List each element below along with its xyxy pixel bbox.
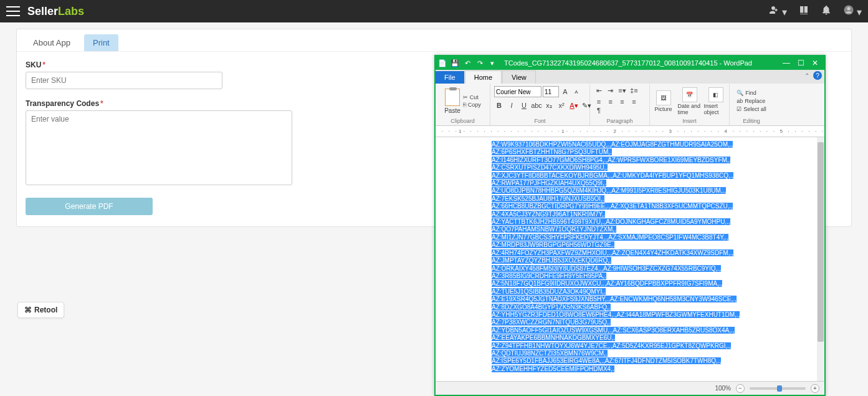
selected-text[interactable]: AZ:I44A18MPWFBZ3GWMYFEXHUT1DM,.,: [617, 311, 740, 318]
selected-text[interactable]: AZ:XQ3ETA1TN8B3XF5UCMMTQPCSZU,.,: [611, 203, 733, 210]
selected-text[interactable]: AZ:5D5Z4KXR95EJ1GPKT8ZQWPKRGI,.,: [613, 342, 731, 349]
minimize-icon[interactable]: —: [783, 59, 790, 67]
shrink-font-icon[interactable]: A: [571, 87, 581, 97]
selected-text[interactable]: AZ:YACTTBTK6JH2HB596T499T9X7U,.,: [492, 218, 606, 225]
selected-text[interactable]: AZ:MI1ZJN77GBCS3HYFPSFKEDYJT4,.,: [492, 234, 608, 241]
cut-button[interactable]: ✂ Cut: [463, 94, 481, 100]
selected-text[interactable]: AZ:QDTIUJ98NZCTZI35XBMN76W9CM,.: [492, 350, 608, 357]
selected-text[interactable]: AZ:4RH74FOZYZH3PAXFWZ9ZMHXOIU,.,: [492, 249, 612, 256]
align-center-icon[interactable]: ≡: [606, 97, 616, 106]
grow-font-icon[interactable]: A: [560, 87, 570, 97]
font-size-select[interactable]: [543, 86, 559, 97]
selected-text[interactable]: AZ:SXMAJMPEO8CSP1IFW4MC3B8T4Y,.,: [608, 234, 728, 241]
wordpad-tab-view[interactable]: View: [502, 70, 536, 84]
selected-text[interactable]: AZ:UO8DJPBN78HHBPG5QZ6M4KIHJQ,.,: [492, 187, 611, 194]
selected-text[interactable]: AZ:3R85BIG9CRDHFE9FH9Y5EH95PA,.: [492, 273, 606, 279]
selected-text[interactable]: AZ:E19XSR4Q5JGTNADXFS9JXNB5HY,.,: [492, 296, 610, 302]
selected-text[interactable]: AZ:CSRXUTPISZD47CXKXDIWH9495U,.: [492, 164, 608, 171]
selected-text[interactable]: AZ:EEAYAKPE6BBMNHNAKDGBMXYE6U,.: [492, 334, 615, 341]
selected-text[interactable]: AZ:ISPE6Y5D1FBAJJ653EIRG4WE8A,.,: [492, 357, 605, 364]
bold-icon[interactable]: B: [494, 100, 504, 110]
generate-pdf-button[interactable]: Generate PDF: [26, 198, 153, 215]
zoom-in-button[interactable]: +: [811, 384, 819, 393]
selected-text[interactable]: AZ:YHH5YGZR3FDED1O8WO8EW6PHE4,.,: [492, 311, 617, 318]
underline-icon[interactable]: U: [519, 100, 529, 110]
align-left-icon[interactable]: ≡: [594, 97, 604, 106]
selected-text[interactable]: AZ:67ITFJ4DFNDTZM5ISOBK7TWH8Q,.,: [605, 357, 722, 364]
selected-text[interactable]: AZ:7P38XWCZZRGN7NITQUB3G79U5Q,.: [492, 319, 611, 326]
book-icon[interactable]: [798, 4, 809, 18]
sku-input[interactable]: [26, 72, 222, 89]
selected-text[interactable]: AZ:TUE5J1QSIBB35DUZA3OK49QMYI,.: [492, 288, 606, 295]
help-icon[interactable]: ?: [813, 71, 822, 80]
selected-text[interactable]: AZ:I146HIZXURFT3O77GMO6SH8PG4,.,: [492, 157, 608, 163]
retool-badge[interactable]: ⌘Retool: [17, 302, 64, 318]
wordpad-title-bar[interactable]: 📄 💾 ↶ ↷ ▾ TCodes_CG71322743195024680637_…: [436, 56, 824, 70]
selected-text[interactable]: AZ:EOJMJAG8FZGTHMUDR9SAIA25OM,.,: [611, 141, 733, 148]
align-justify-icon[interactable]: ≡: [629, 97, 639, 106]
insertobject-button[interactable]: ◧Insert object: [704, 87, 728, 115]
selected-text[interactable]: AZ:6P6SHXFBTZHHTN8G7PSQ3UFTUM,.: [492, 148, 612, 155]
maximize-icon[interactable]: ☐: [798, 59, 804, 67]
selected-text[interactable]: AZ:5N18F7GQ1BFG9IIDRUXOJWXCU,.,: [492, 280, 606, 287]
codes-textarea[interactable]: [26, 110, 292, 185]
picture-button[interactable]: 🖼Picture: [652, 90, 675, 112]
selected-text[interactable]: AZ:RWPA177PJFHGZKIAH4UXQ55Q9I,.: [492, 180, 606, 186]
selected-text[interactable]: AZ:DOJNKGHAGFCZ8MUID5A9YMOHPU,.,: [606, 218, 730, 225]
selected-text[interactable]: AZ:7EKSK525BJAU8H179NJXUSB5OI,.: [492, 195, 604, 202]
datetime-button[interactable]: 📅Date and time: [678, 87, 702, 115]
outdent-icon[interactable]: ⇤: [594, 87, 604, 95]
strike-icon[interactable]: abc: [532, 100, 541, 110]
undo-icon[interactable]: ↶: [463, 59, 472, 67]
ribbon-collapse-icon[interactable]: ⌃: [804, 72, 809, 79]
selectall-button[interactable]: ☑ Select all: [737, 106, 766, 112]
indent-icon[interactable]: ⇥: [606, 87, 616, 95]
save-icon[interactable]: 💾: [451, 59, 459, 67]
font-color-icon[interactable]: A▾: [569, 100, 579, 110]
replace-button[interactable]: ab Replace: [737, 98, 766, 104]
qat-dropdown-icon[interactable]: ▾: [488, 59, 497, 67]
selected-text[interactable]: AZ:9HIWSOH3FZCXZG74X55RBC9YIQ,.,: [603, 265, 721, 272]
selected-text[interactable]: AZ:ZQEN4X4Y4ZHKDATK34XWZ9SDFM,.,: [612, 249, 733, 256]
scrollbar-thumb[interactable]: [818, 142, 824, 342]
paragraph-dialog-icon[interactable]: ¶: [594, 106, 604, 115]
tab-print[interactable]: Print: [84, 34, 118, 51]
selected-text[interactable]: AZ:ZYOMEHHFYZED5CEEMIFPOHDMX4,.: [492, 365, 614, 372]
selected-text[interactable]: AZ:8DZXGO8A4BGYP1ZK5N3KS6ABFQ,.: [492, 304, 611, 311]
selected-text[interactable]: AZ:XJC3YTF8D8BBTACEKOYBJRBGMA,.,: [492, 172, 613, 179]
wordpad-tab-home[interactable]: Home: [465, 70, 502, 84]
selected-text[interactable]: AZ:ENCWKMHQ6NH58M3CNY3W946SCE,.,: [610, 296, 737, 302]
close-icon[interactable]: ✕: [812, 59, 818, 67]
linespacing-icon[interactable]: ‡≡: [629, 86, 639, 95]
find-button[interactable]: 🔍 Find: [737, 90, 766, 96]
zoom-slider[interactable]: [750, 387, 806, 390]
wordpad-ruler[interactable]: · · ·1· · · · · · · · · · · · · · ·1· · …: [436, 126, 824, 137]
superscript-icon[interactable]: x²: [556, 100, 566, 110]
scrollbar-vertical[interactable]: [817, 137, 824, 381]
wordpad-document[interactable]: AZ:W9K937106BDKHPZWI5NAC65UDQ,.,AZ:EOJMJ…: [436, 137, 824, 381]
selected-text[interactable]: AZ:ORKAIXY458FM5I3IY8UDS87EZ4,.,: [492, 265, 603, 272]
bullets-icon[interactable]: ≡▾: [618, 87, 627, 95]
selected-text[interactable]: AZ:M991I5PXR8ESHIGJU503K1U8UM,.,: [611, 187, 726, 194]
selected-text[interactable]: AZ:SCX6ASP3O8ERXAHB5ZRUS8OX4A,.,: [613, 327, 734, 334]
bell-icon[interactable]: [821, 4, 832, 18]
selected-text[interactable]: AZ:4XA5CJ3YZNG9TJ96AT1NKR9M7Y,.: [492, 211, 605, 218]
menu-icon[interactable]: [6, 6, 20, 16]
selected-text[interactable]: AZ:WPRSFWXBORE1XI69MEYBZDSYFM,.: [608, 157, 730, 163]
wordpad-tab-file[interactable]: File: [436, 71, 464, 84]
subscript-icon[interactable]: x₂: [544, 100, 554, 110]
font-name-select[interactable]: [494, 86, 541, 97]
paste-button[interactable]: Paste: [444, 89, 460, 114]
zoom-out-button[interactable]: −: [736, 384, 745, 393]
selected-text[interactable]: AZ:AY16BQDFPBBXPPFR9IG7SFI9MA,.,: [606, 280, 723, 287]
selected-text[interactable]: AZ:66HCB8UBZBGCTIDRPG7Y99H9EE,.,: [492, 203, 611, 210]
copy-button[interactable]: ⎘ Copy: [463, 102, 481, 108]
selected-text[interactable]: AZ:Z94TPFHB1NHWTOYXJ6W4YJE7CE,.,: [492, 342, 613, 349]
profile-icon[interactable]: ▾: [843, 4, 862, 18]
selected-text[interactable]: AZ:QO7PAHAMSNBW71OQR1YJNDTZXM,.: [492, 226, 616, 233]
redo-icon[interactable]: ↷: [475, 59, 484, 67]
selected-text[interactable]: AZ:UMKYDA4IYFBUP1YFQ1MHS938CQ,.,: [613, 172, 733, 179]
selected-text[interactable]: AZ:W9K937106BDKHPZWI5NAC65UDQ,.,: [492, 141, 611, 148]
tab-about[interactable]: About App: [24, 34, 79, 51]
selected-text[interactable]: AZ:YDBN5AOFF5GI1AIOZUSW9XGSMU,.,: [492, 327, 613, 334]
